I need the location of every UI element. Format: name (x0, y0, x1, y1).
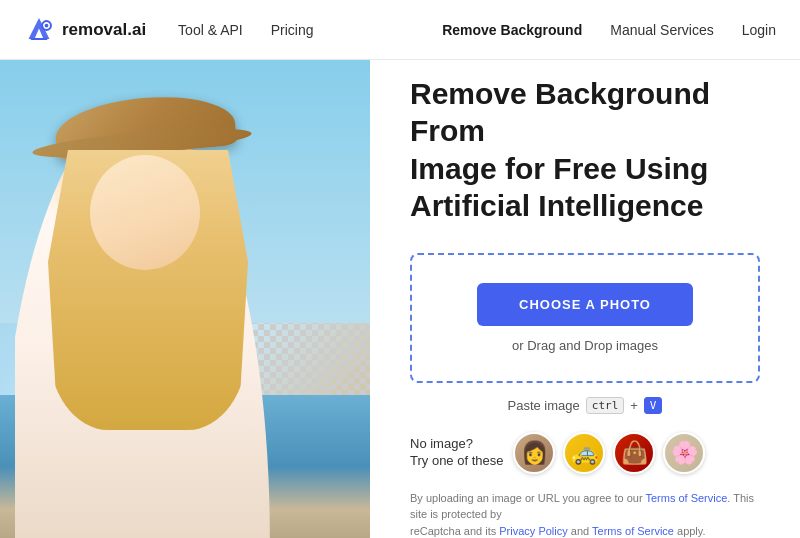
logo-icon (24, 15, 54, 45)
no-image-label: No image?Try one of these (410, 436, 503, 470)
nav-link-pricing[interactable]: Pricing (271, 22, 314, 38)
samples-row: No image?Try one of these 👩 🚕 👜 🌸 (410, 432, 760, 474)
sample-thumb-1[interactable]: 👩 (513, 432, 555, 474)
sample-thumb-3[interactable]: 👜 (613, 432, 655, 474)
svg-point-1 (45, 23, 49, 27)
main-headline: Remove Background From Image for Free Us… (410, 75, 760, 225)
brand-name: removal.ai (62, 20, 146, 40)
person-container (0, 60, 370, 538)
drag-drop-text: or Drag and Drop images (432, 338, 738, 353)
v-key: V (644, 397, 663, 414)
legal-text: By uploading an image or URL you agree t… (410, 490, 760, 538)
nav-left: removal.ai Tool & API Pricing (24, 15, 314, 45)
privacy-link[interactable]: Privacy Policy (499, 525, 567, 537)
sample-thumb-4[interactable]: 🌸 (663, 432, 705, 474)
dropzone[interactable]: CHOOSE A PHOTO or Drag and Drop images (410, 253, 760, 383)
choose-photo-button[interactable]: CHOOSE A PHOTO (477, 283, 693, 326)
nav-link-tool-api[interactable]: Tool & API (178, 22, 243, 38)
paste-label: Paste image (508, 398, 580, 413)
paste-row: Paste image ctrl + V (410, 397, 760, 414)
plus-sign: + (630, 398, 638, 413)
sample-thumb-2[interactable]: 🚕 (563, 432, 605, 474)
navbar: removal.ai Tool & API Pricing Remove Bac… (0, 0, 800, 60)
hero-image-panel (0, 60, 370, 538)
nav-link-remove-bg[interactable]: Remove Background (442, 22, 582, 38)
nav-right-links: Remove Background Manual Services Login (442, 22, 776, 38)
logo[interactable]: removal.ai (24, 15, 146, 45)
face-shape (90, 155, 200, 270)
main-content: Remove Background From Image for Free Us… (0, 60, 800, 538)
nav-link-manual-services[interactable]: Manual Services (610, 22, 714, 38)
nav-link-login[interactable]: Login (742, 22, 776, 38)
ctrl-key: ctrl (586, 397, 625, 414)
nav-primary-links: Tool & API Pricing (178, 22, 313, 38)
tos-link-1[interactable]: Terms of Service (645, 492, 727, 504)
right-content: Remove Background From Image for Free Us… (370, 60, 800, 538)
sample-thumbs: 👩 🚕 👜 🌸 (513, 432, 705, 474)
tos-link-2[interactable]: Terms of Service (592, 525, 674, 537)
